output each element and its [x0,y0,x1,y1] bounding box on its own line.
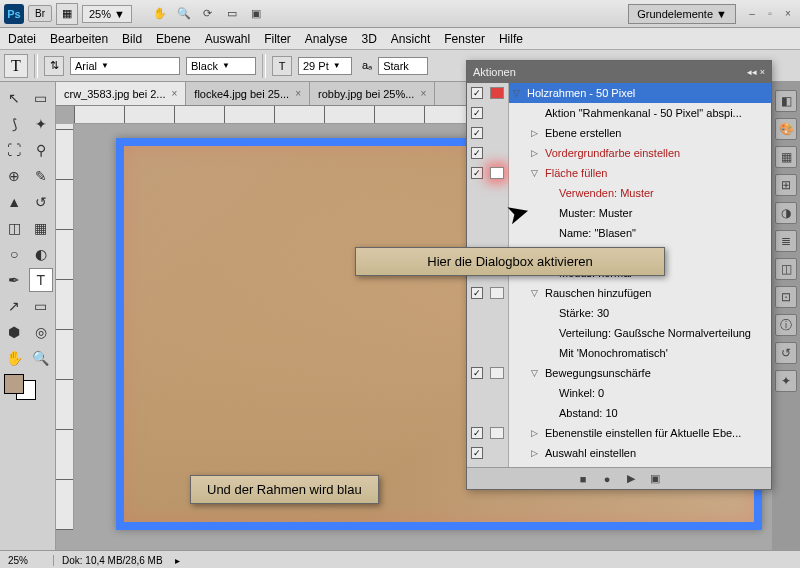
marquee-tool[interactable]: ▭ [29,86,54,110]
move-tool[interactable]: ↖ [2,86,27,110]
action-row[interactable]: ▷Vordergrundfarbe einstellen [509,143,771,163]
bridge-button[interactable]: Br [28,5,52,22]
action-checkbox[interactable]: ✓ [471,427,483,439]
modal-toggle[interactable] [490,367,504,379]
heal-tool[interactable]: ⊕ [2,164,27,188]
menu-analyse[interactable]: Analyse [305,32,348,46]
foreground-color[interactable] [4,374,24,394]
actions-panel-header[interactable]: Aktionen ◂◂ × [467,61,771,83]
action-row[interactable]: ▷Ebenenstile einstellen für Aktuelle Ebe… [509,423,771,443]
hand-tool[interactable]: ✋ [2,346,27,370]
action-row[interactable]: Abstand: 10 [509,403,771,423]
tab-robby[interactable]: robby.jpg bei 25%...× [310,82,435,105]
fontsize-dropdown[interactable]: 29 Pt▼ [298,57,352,75]
action-row[interactable]: Muster: Muster [509,203,771,223]
zoom-icon[interactable]: 🔍 [174,4,194,24]
history-panel-icon[interactable]: ↺ [775,342,797,364]
action-checkbox[interactable]: ✓ [471,107,483,119]
maximize-button[interactable]: ▫ [762,7,778,21]
action-row[interactable]: ▽Fläche füllen [509,163,771,183]
adjustments-panel-icon[interactable]: ⊞ [775,174,797,196]
status-zoom[interactable]: 25% [4,555,54,566]
tab-flocke4[interactable]: flocke4.jpg bei 25...× [186,82,310,105]
close-icon[interactable]: × [172,88,178,99]
action-checkbox[interactable]: ✓ [471,127,483,139]
action-row[interactable]: Aktion "Rahmenkanal - 50 Pixel" abspi... [509,103,771,123]
menu-ansicht[interactable]: Ansicht [391,32,430,46]
modal-toggle[interactable] [490,167,504,179]
font-family-dropdown[interactable]: Arial▼ [70,57,180,75]
close-icon[interactable]: × [420,88,426,99]
tab-crw3583[interactable]: crw_3583.jpg bei 2...× [56,82,186,105]
gradient-tool[interactable]: ▦ [29,216,54,240]
action-checkbox[interactable]: ✓ [471,147,483,159]
menu-3d[interactable]: 3D [362,32,377,46]
info-panel-icon[interactable]: ⓘ [775,314,797,336]
zoom-dropdown[interactable]: 25% ▼ [82,5,132,23]
history-brush-tool[interactable]: ↺ [29,190,54,214]
zoom-tool[interactable]: 🔍 [29,346,54,370]
camera-tool[interactable]: ◎ [29,320,54,344]
eyedropper-tool[interactable]: ⚲ [29,138,54,162]
action-row[interactable]: ▷Ebene erstellen [509,123,771,143]
action-row[interactable]: ▽Rauschen hinzufügen [509,283,771,303]
type-tool[interactable]: T [29,268,54,292]
antialias-dropdown[interactable]: Stark [378,57,428,75]
action-row[interactable]: Verteilung: Gaußsche Normalverteilung [509,323,771,343]
menu-auswahl[interactable]: Auswahl [205,32,250,46]
color-panel-icon[interactable]: ◧ [775,90,797,112]
modal-toggle[interactable] [490,287,504,299]
action-row[interactable]: ▷Auswahl einstellen [509,443,771,463]
layout-icon[interactable]: ▭ [222,4,242,24]
newfolder-icon[interactable]: ▣ [648,472,662,486]
stamp-tool[interactable]: ▲ [2,190,27,214]
menu-ebene[interactable]: Ebene [156,32,191,46]
action-checkbox[interactable]: ✓ [471,167,483,179]
screen-icon[interactable]: ▣ [246,4,266,24]
action-row[interactable]: Mit 'Monochromatisch' [509,343,771,363]
shape-tool[interactable]: ▭ [29,294,54,318]
menu-bild[interactable]: Bild [122,32,142,46]
action-row[interactable]: Name: "Blasen" [509,223,771,243]
action-checkbox[interactable]: ✓ [471,287,483,299]
menu-datei[interactable]: Datei [8,32,36,46]
action-checkbox[interactable]: ✓ [471,87,483,99]
lasso-tool[interactable]: ⟆ [2,112,27,136]
workspace-dropdown[interactable]: Grundelemente ▼ [628,4,736,24]
layers-panel-icon[interactable]: ≣ [775,230,797,252]
text-orient-icon[interactable]: ⇅ [44,56,64,76]
eraser-tool[interactable]: ◫ [2,216,27,240]
action-row[interactable]: ▽Bewegungsunschärfe [509,363,771,383]
styles-panel-icon[interactable]: ▦ [775,146,797,168]
navigator-panel-icon[interactable]: ⊡ [775,286,797,308]
action-checkbox[interactable]: ✓ [471,447,483,459]
play-icon[interactable]: ▸ [175,555,180,566]
action-checkbox[interactable]: ✓ [471,367,483,379]
modal-toggle[interactable] [490,427,504,439]
blur-tool[interactable]: ○ [2,242,27,266]
menu-fenster[interactable]: Fenster [444,32,485,46]
minimize-button[interactable]: – [744,7,760,21]
action-row[interactable]: Winkel: 0 [509,383,771,403]
dodge-tool[interactable]: ◐ [29,242,54,266]
menu-filter[interactable]: Filter [264,32,291,46]
pen-tool[interactable]: ✒ [2,268,27,292]
stop-icon[interactable]: ■ [576,472,590,486]
swatches-panel-icon[interactable]: 🎨 [775,118,797,140]
slideshow-icon[interactable]: ▦ [56,3,78,25]
font-weight-dropdown[interactable]: Black▼ [186,57,256,75]
channels-panel-icon[interactable]: ◫ [775,258,797,280]
brush-tool[interactable]: ✎ [29,164,54,188]
play-icon[interactable]: ▶ [624,472,638,486]
crop-tool[interactable]: ⛶ [2,138,27,162]
wand-tool[interactable]: ✦ [29,112,54,136]
extra-panel-icon[interactable]: ✦ [775,370,797,392]
rotate-icon[interactable]: ⟳ [198,4,218,24]
close-icon[interactable]: × [295,88,301,99]
path-tool[interactable]: ↗ [2,294,27,318]
3d-tool[interactable]: ⬢ [2,320,27,344]
record-icon[interactable]: ● [600,472,614,486]
action-row[interactable]: Stärke: 30 [509,303,771,323]
menu-bearbeiten[interactable]: Bearbeiten [50,32,108,46]
action-row[interactable]: ▽Holzrahmen - 50 Pixel [509,83,771,103]
